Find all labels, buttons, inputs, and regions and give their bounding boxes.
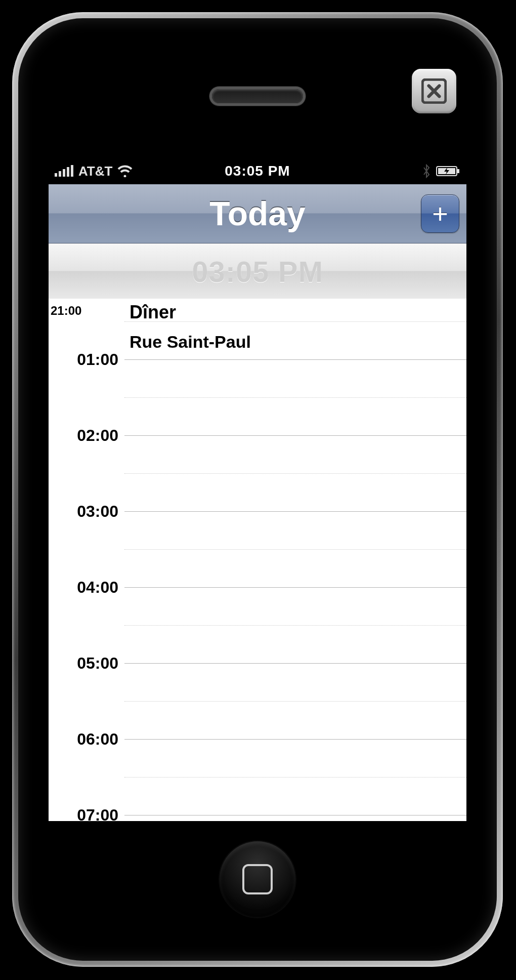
close-button[interactable]	[412, 69, 456, 113]
hour-label: 04:00	[77, 578, 118, 597]
bluetooth-icon	[422, 164, 431, 178]
hour-label: 07:00	[77, 806, 118, 822]
nav-title: Today	[209, 194, 305, 233]
close-icon	[421, 78, 447, 104]
home-icon	[242, 864, 273, 894]
current-time-label: 03:05 PM	[192, 255, 323, 289]
hour-label: 01:00	[77, 350, 118, 369]
phone-bezel-outer: AT&T 03:05 PM	[12, 12, 503, 967]
screen: AT&T 03:05 PM	[49, 158, 466, 821]
time-gutter: 21:00 01:00 02:00 03:00 04:00 05:00 06:0…	[49, 299, 124, 821]
hour-label: 03:00	[77, 502, 118, 521]
add-event-button[interactable]: +	[421, 194, 459, 233]
home-button[interactable]	[220, 841, 295, 917]
nav-bar: Today +	[49, 184, 466, 243]
hour-label: 02:00	[77, 426, 118, 445]
current-time-bar: 03:05 PM	[49, 243, 466, 300]
day-grid[interactable]: Dîner Rue Saint-Paul 21:00 01:00 02:00 0…	[49, 299, 466, 821]
statusbar-time: 03:05 PM	[49, 163, 466, 179]
hour-label: 05:00	[77, 654, 118, 673]
status-bar: AT&T 03:05 PM	[49, 158, 466, 184]
hour-label: 06:00	[77, 730, 118, 749]
event-start-time: 21:00	[51, 304, 81, 318]
phone-bezel-inner: AT&T 03:05 PM	[18, 18, 497, 961]
grid-lines	[124, 299, 466, 821]
earpiece	[212, 89, 303, 103]
